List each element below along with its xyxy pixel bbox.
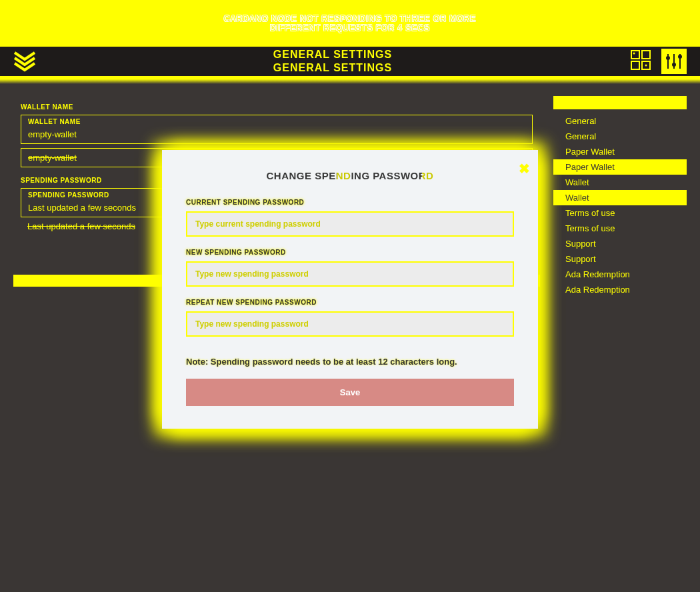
nav-item[interactable]: Wallet: [553, 175, 687, 190]
title-bar: GENERAL SETTINGS GENERAL SETTINGS: [0, 47, 700, 76]
settings-nav: GeneralGeneralPaper WalletPaper WalletWa…: [553, 96, 687, 301]
nav-item[interactable]: Support: [553, 251, 687, 267]
nav-item[interactable]: General: [553, 129, 687, 144]
svg-rect-2: [631, 61, 639, 69]
nav-item[interactable]: Ada Redemption: [553, 282, 687, 297]
svg-point-5: [645, 65, 647, 67]
nav-item[interactable]: General: [553, 113, 687, 129]
alert-line-1: CARDANO NODE NOT RESPONDING TO THREE OR …: [224, 14, 477, 23]
nav-item[interactable]: Paper Wallet: [553, 144, 687, 159]
repeat-password-input[interactable]: [186, 311, 514, 337]
wallet-name-label-2: WALLET NAME: [28, 118, 525, 125]
svg-point-7: [666, 56, 670, 60]
change-password-modal: ✖ CHANGE SPENDING PASSWORD CURRENT SPEND…: [162, 150, 538, 429]
sliders-icon[interactable]: [661, 49, 687, 74]
nav-item[interactable]: Terms of use: [553, 221, 687, 236]
nav-item[interactable]: Terms of use: [553, 205, 687, 221]
page-title: GENERAL SETTINGS GENERAL SETTINGS: [273, 48, 392, 75]
page-title-text-2: GENERAL SETTINGS: [273, 61, 392, 75]
page-title-text-1: GENERAL SETTINGS: [273, 48, 392, 61]
repeat-password-label: REPEAT NEW SPENDING PASSWORD: [186, 299, 514, 306]
save-button[interactable]: Save: [186, 379, 514, 406]
glow-strip: [0, 76, 700, 84]
svg-point-4: [633, 53, 635, 55]
svg-point-9: [672, 63, 676, 67]
svg-point-11: [678, 55, 682, 59]
nav-item[interactable]: Ada Redemption: [553, 267, 687, 282]
close-icon[interactable]: ✖: [519, 161, 527, 177]
nav-item[interactable]: Support: [553, 236, 687, 251]
grid-icon[interactable]: [629, 49, 655, 74]
nav-accent-bar: [553, 96, 687, 109]
new-password-label: NEW SPENDING PASSWORD: [186, 249, 514, 256]
wallet-name-value: empty-wallet: [28, 129, 525, 139]
alert-banner: CARDANO NODE NOT RESPONDING TO THREE OR …: [0, 0, 700, 47]
password-note: Note: Spending password needs to be at l…: [186, 357, 514, 367]
wallet-name-box[interactable]: WALLET NAME empty-wallet: [21, 115, 533, 144]
current-password-input[interactable]: [186, 211, 514, 237]
nav-items: GeneralGeneralPaper WalletPaper WalletWa…: [553, 109, 687, 301]
alert-line-2: DIFFERENT REQUESTS FOR 4 SECS: [270, 23, 430, 33]
svg-rect-0: [631, 51, 639, 59]
new-password-input[interactable]: [186, 261, 514, 287]
header-icons: [629, 49, 687, 74]
wallet-name-label: WALLET NAME: [21, 103, 533, 111]
svg-rect-1: [642, 51, 650, 59]
back-chevrons-icon[interactable]: [13, 50, 36, 73]
nav-item[interactable]: Paper Wallet: [553, 159, 687, 175]
modal-title: CHANGE SPENDING PASSWORD: [186, 170, 514, 181]
nav-item[interactable]: Wallet: [553, 190, 687, 205]
current-password-label: CURRENT SPENDING PASSWORD: [186, 199, 514, 206]
